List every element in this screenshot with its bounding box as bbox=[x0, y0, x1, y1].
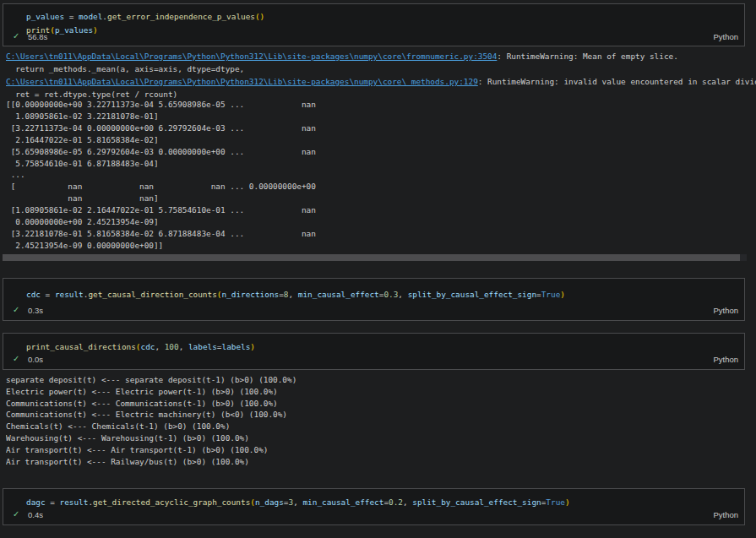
cell-4-status-bar: ✓ 0.4s Python bbox=[3, 508, 744, 522]
token-var: result bbox=[60, 497, 89, 507]
cell-1-status-bar: ✓ 56.8s Python bbox=[3, 30, 744, 44]
output-line: 2.16447022e-01 5.81658384e-02] bbox=[6, 134, 756, 146]
output-line: Communications(t) <--- Electric machiner… bbox=[6, 409, 756, 421]
code-editor-4[interactable]: dagc = result.get_directed_acyclic_graph… bbox=[3, 489, 744, 509]
token-op: = bbox=[64, 12, 79, 21]
language-picker[interactable]: Python bbox=[713, 32, 738, 41]
output-line: Communications(t) <--- Communications(t-… bbox=[6, 398, 756, 410]
output-line: Warehousing(t) <--- Warehousing(t-1) (b>… bbox=[6, 432, 756, 444]
token-num: 0.3 bbox=[383, 290, 398, 299]
output-line: [3.22181078e-01 5.81658384e-02 6.8718848… bbox=[6, 228, 756, 240]
token-op: , bbox=[179, 342, 188, 351]
token-var: n_dags bbox=[255, 497, 284, 507]
text-line: C:\Users\tn011\AppData\Local\Programs\Py… bbox=[6, 75, 756, 88]
execution-time: 0.0s bbox=[28, 355, 43, 364]
success-check-icon: ✓ bbox=[13, 305, 19, 314]
token-plain: : RuntimeWarning: Mean of empty slice. bbox=[497, 52, 677, 61]
text-line: C:\Users\tn011\AppData\Local\Programs\Py… bbox=[6, 50, 756, 62]
token-var: split_by_causal_effect_sign bbox=[412, 497, 541, 507]
token-fn: get_error_independence_p_values bbox=[107, 12, 255, 21]
token-var: labels bbox=[221, 342, 250, 351]
output-horizontal-scrollbar[interactable] bbox=[3, 254, 747, 261]
token-fn: get_directed_acyclic_graph_counts bbox=[93, 497, 250, 507]
output-line: [ nan nan nan ... 0.00000000e+00 bbox=[6, 181, 756, 193]
token-kw: True bbox=[546, 497, 565, 507]
output-line: [[0.00000000e+00 3.22711373e-04 5.659089… bbox=[6, 99, 756, 111]
code-cell-3[interactable]: print_causal_directions(cdc, 100, labels… bbox=[3, 333, 745, 370]
output-line: [3.22711373e-04 0.00000000e+00 6.2979260… bbox=[6, 122, 756, 134]
output-line: 0.00000000e+00 2.45213954e-09] bbox=[6, 216, 756, 228]
output-line: [5.65908986e-05 6.29792604e-03 0.0000000… bbox=[6, 146, 756, 158]
output-warnings: C:\Users\tn011\AppData\Local\Programs\Py… bbox=[6, 50, 756, 101]
token-var: model bbox=[79, 12, 102, 21]
output-line: Electric power(t) <--- Electric power(t-… bbox=[6, 386, 756, 398]
token-var: min_causal_effect bbox=[302, 497, 383, 507]
token-kw: True bbox=[541, 290, 561, 299]
token-var: cdc bbox=[140, 342, 155, 351]
token-num: 100 bbox=[165, 342, 179, 351]
output-line: 5.75854610e-01 6.87188483e-04] bbox=[6, 158, 756, 170]
token-fn: print_causal_directions bbox=[26, 342, 136, 351]
language-picker[interactable]: Python bbox=[713, 355, 738, 364]
token-plain: : RuntimeWarning: invalid value encounte… bbox=[478, 77, 756, 86]
output-line: Chemicals(t) <--- Chemicals(t-1) (b>0) (… bbox=[6, 421, 756, 432]
output-line: 2.45213954e-09 0.00000000e+00]] bbox=[6, 240, 756, 252]
output-line: separate deposit(t) <--- separate deposi… bbox=[6, 374, 756, 386]
success-check-icon: ✓ bbox=[13, 354, 19, 363]
token-plain: return _methods._mean(a, axis=axis, dtyp… bbox=[6, 64, 244, 73]
success-check-icon: ✓ bbox=[13, 31, 19, 41]
output-line: ... bbox=[6, 169, 756, 181]
output-line: Air transport(t) <--- Air transport(t-1)… bbox=[6, 444, 756, 456]
cell-2-status-bar: ✓ 0.3s Python bbox=[3, 304, 744, 318]
notebook-page: p_values = model.get_error_independence_… bbox=[0, 0, 756, 538]
output-causal-directions: separate deposit(t) <--- separate deposi… bbox=[6, 374, 756, 467]
token-paren: ) bbox=[560, 290, 565, 299]
token-var: split_by_causal_effect_sign bbox=[408, 290, 536, 299]
token-var: labels bbox=[188, 342, 217, 351]
token-op: , bbox=[289, 290, 298, 299]
execution-time: 0.4s bbox=[28, 510, 43, 519]
token-var: n_directions bbox=[221, 290, 279, 299]
output-line: nan nan] bbox=[6, 193, 756, 204]
text-line: return _methods._mean(a, axis=axis, dtyp… bbox=[6, 62, 756, 75]
code-editor-3[interactable]: print_causal_directions(cdc, 100, labels… bbox=[3, 334, 744, 354]
language-picker[interactable]: Python bbox=[713, 510, 738, 519]
execution-time: 56.8s bbox=[28, 32, 47, 41]
token-op: = bbox=[46, 497, 60, 507]
token-var: cdc bbox=[26, 290, 41, 299]
token-op: , bbox=[403, 497, 412, 507]
token-paren: () bbox=[255, 12, 264, 21]
output-pvalue-matrix: [[0.00000000e+00 3.22711373e-04 5.659089… bbox=[6, 99, 756, 252]
output-line: [1.08905861e-02 2.16447022e-01 5.7585461… bbox=[6, 204, 756, 216]
token-op: = bbox=[41, 290, 55, 299]
token-plain: ret = ret.dtype.type(ret / rcount) bbox=[6, 90, 177, 99]
token-var: dagc bbox=[26, 497, 46, 507]
language-picker[interactable]: Python bbox=[713, 306, 738, 315]
token-op: , bbox=[398, 290, 407, 299]
token-fn: get_causal_direction_counts bbox=[88, 290, 216, 299]
text-line: print_causal_directions(cdc, 100, labels… bbox=[26, 340, 744, 354]
text-line: cdc = result.get_causal_direction_counts… bbox=[26, 288, 744, 302]
scrollbar-thumb[interactable] bbox=[3, 254, 740, 261]
code-cell-2[interactable]: cdc = result.get_causal_direction_counts… bbox=[3, 278, 745, 321]
success-check-icon: ✓ bbox=[13, 509, 19, 519]
token-paren: ) bbox=[565, 497, 570, 507]
execution-time: 0.3s bbox=[28, 306, 43, 315]
code-cell-1[interactable]: p_values = model.get_error_independence_… bbox=[3, 3, 745, 46]
code-cell-4[interactable]: dagc = result.get_directed_acyclic_graph… bbox=[3, 488, 745, 525]
text-line: p_values = model.get_error_independence_… bbox=[26, 10, 744, 24]
file-link[interactable]: C:\Users\tn011\AppData\Local\Programs\Py… bbox=[6, 52, 497, 61]
output-line: 1.08905861e-02 3.22181078e-01] bbox=[6, 111, 756, 122]
output-line: Air transport(t) <--- Railway/bus(t) (b>… bbox=[6, 456, 756, 468]
code-editor-2[interactable]: cdc = result.get_causal_direction_counts… bbox=[3, 279, 744, 302]
token-op: , bbox=[155, 342, 164, 351]
token-op: , bbox=[293, 497, 302, 507]
token-paren: ) bbox=[250, 342, 255, 351]
token-num: 0.2 bbox=[389, 497, 403, 507]
text-line: dagc = result.get_directed_acyclic_graph… bbox=[26, 496, 744, 509]
cell-3-status-bar: ✓ 0.0s Python bbox=[3, 353, 744, 367]
token-var: p_values bbox=[26, 12, 64, 21]
token-var: min_causal_effect bbox=[298, 290, 379, 299]
token-var: result bbox=[55, 290, 84, 299]
file-link[interactable]: C:\Users\tn011\AppData\Local\Programs\Py… bbox=[6, 77, 478, 86]
